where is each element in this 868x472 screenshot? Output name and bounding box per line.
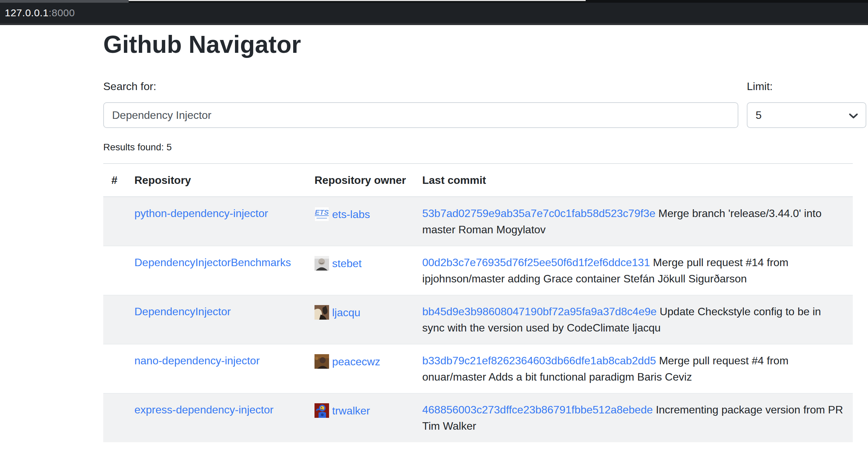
row-index bbox=[103, 295, 126, 344]
address-bar[interactable]: 127.0.0.1:8000 bbox=[0, 3, 868, 23]
cat-photo-avatar-icon bbox=[314, 305, 329, 320]
browser-chrome-divider bbox=[0, 23, 868, 25]
search-group: Search for: bbox=[103, 79, 738, 128]
portrait-warm-avatar-icon bbox=[314, 354, 329, 369]
limit-group: Limit: 5 bbox=[747, 79, 866, 128]
page-content: Github Navigator Search for: Limit: 5 Re… bbox=[0, 25, 868, 442]
owner-link[interactable]: stebet bbox=[332, 257, 362, 270]
repository-link[interactable]: express-dependency-injector bbox=[134, 404, 274, 416]
limit-label: Limit: bbox=[747, 79, 866, 94]
url-host: 127.0.0.1 bbox=[5, 7, 49, 19]
table-row: DependencyInjector ljacqu bb45d9e3b98608… bbox=[103, 295, 853, 344]
repositories-table: # Repository Repository owner Last commi… bbox=[103, 163, 853, 442]
owner-link[interactable]: trwalker bbox=[332, 405, 370, 417]
owner-link[interactable]: ljacqu bbox=[332, 306, 361, 319]
table-row: DependencyInjectorBenchmarks stebet 00d2… bbox=[103, 246, 853, 295]
search-form: Search for: Limit: 5 bbox=[103, 79, 853, 128]
repository-link[interactable]: DependencyInjectorBenchmarks bbox=[134, 256, 291, 269]
row-index bbox=[103, 393, 126, 443]
header-last-commit: Last commit bbox=[414, 164, 853, 197]
search-input[interactable] bbox=[103, 102, 738, 128]
commit-hash-link[interactable]: 468856003c273dffce23b86791fbbe512a8ebede bbox=[422, 404, 653, 416]
search-label: Search for: bbox=[103, 79, 738, 94]
row-index bbox=[103, 197, 126, 246]
browser-active-tab[interactable] bbox=[0, 0, 129, 3]
browser-chrome: 127.0.0.1:8000 bbox=[0, 0, 868, 25]
row-index bbox=[103, 246, 126, 295]
header-owner: Repository owner bbox=[306, 164, 414, 197]
commit-hash-link[interactable]: b33db79c21ef8262364603db66dfe1ab8cab2dd5 bbox=[422, 355, 656, 367]
repository-link[interactable]: DependencyInjector bbox=[134, 305, 231, 318]
table-row: express-dependency-injector trwalker 468… bbox=[103, 393, 853, 443]
portrait-grayscale-avatar-icon bbox=[314, 256, 329, 271]
header-index: # bbox=[103, 164, 126, 197]
header-repository: Repository bbox=[126, 164, 306, 197]
url-port: :8000 bbox=[49, 7, 75, 19]
table-row: nano-dependency-injector peacecwz b33db7… bbox=[103, 344, 853, 393]
row-index bbox=[103, 344, 126, 393]
commit-hash-link[interactable]: 53b7ad02759e9ab35a7e7c0c1fab58d523c79f3e bbox=[422, 207, 655, 219]
table-row: python-dependency-injector ETSets-labs 5… bbox=[103, 197, 853, 246]
limit-select[interactable]: 5 bbox=[747, 102, 866, 128]
commit-hash-link[interactable]: bb45d9e3b98608047190bf72a95fa9a37d8c4e9e bbox=[422, 305, 656, 318]
browser-window-highlight bbox=[129, 0, 586, 1]
repository-link[interactable]: python-dependency-injector bbox=[134, 207, 268, 219]
ets-logo-text: ETS bbox=[315, 208, 329, 216]
limit-selected-value: 5 bbox=[756, 109, 762, 122]
lego-spaceman-avatar-icon bbox=[314, 403, 329, 418]
page-title: Github Navigator bbox=[103, 32, 853, 57]
commit-hash-link[interactable]: 00d2b3c7e76935d76f25ee50f6d1f2ef6ddce131 bbox=[422, 256, 650, 269]
results-count: Results found: 5 bbox=[103, 140, 853, 154]
owner-link[interactable]: peacecwz bbox=[332, 356, 380, 368]
chevron-down-icon bbox=[849, 111, 858, 121]
repository-link[interactable]: nano-dependency-injector bbox=[134, 355, 260, 367]
owner-link[interactable]: ets-labs bbox=[332, 208, 370, 220]
ets-labs-logo-icon: ETS bbox=[314, 207, 329, 221]
table-header-row: # Repository Repository owner Last commi… bbox=[103, 164, 853, 197]
